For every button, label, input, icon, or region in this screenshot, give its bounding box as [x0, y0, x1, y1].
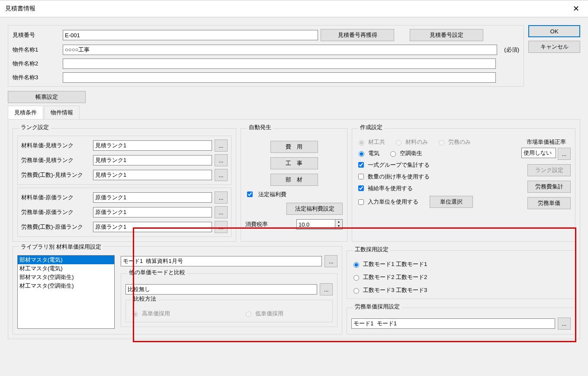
rank-label-6: 労務費(工数)-原価ランク — [21, 223, 90, 231]
price-mode-browse[interactable]: ... — [325, 255, 337, 267]
chk-mult[interactable] — [358, 174, 364, 179]
mh1-radio[interactable] — [353, 262, 359, 268]
list-item[interactable]: 材工マスタ(空調衛生) — [18, 282, 114, 290]
rank-browse-5[interactable]: ... — [215, 206, 228, 218]
rank-input-5[interactable] — [93, 207, 212, 217]
auto-legend: 自動発生 — [247, 124, 273, 130]
high-radio — [132, 311, 138, 317]
chk-mult-label: 数量の掛け率を使用する — [368, 173, 430, 181]
chk-group-label: 一式グループで集計する — [368, 161, 430, 169]
parts-button[interactable]: 部 材 — [270, 174, 318, 186]
rank-input-2[interactable] — [93, 155, 212, 165]
property-name1-input[interactable] — [63, 45, 497, 55]
laborunit-legend: 労務単価採用設定 — [353, 303, 402, 310]
list-item[interactable]: 材工マスタ(電気) — [18, 264, 114, 273]
rank-input-6[interactable] — [93, 222, 212, 232]
chk-supp-label: 補給率を使用する — [368, 185, 413, 192]
label-estno: 見積番号 — [13, 31, 60, 39]
work-button[interactable]: 工 事 — [270, 157, 318, 169]
rank-legend: ランク設定 — [19, 124, 51, 130]
label-name1: 物件名称1 — [13, 46, 60, 54]
low-label: 低単価採用 — [255, 310, 283, 318]
rank-browse-3[interactable]: ... — [215, 169, 228, 181]
mh2-label: 工数モード2 工数モード2 — [363, 273, 427, 281]
rank-label-1: 材料単価-見積ランク — [21, 142, 90, 149]
library-listbox[interactable]: 部材マスタ(電気) 材工マスタ(電気) 部材マスタ(空調衛生) 材工マスタ(空調… — [17, 255, 115, 329]
opt-elec-radio[interactable] — [359, 151, 364, 157]
create-legend: 作成設定 — [358, 124, 384, 130]
tab-property-info[interactable]: 物件情報 — [44, 106, 80, 119]
opt-both-radio — [359, 140, 364, 146]
opt-lab-label: 労務のみ — [448, 138, 471, 146]
market-label: 市場単価補正率 — [521, 138, 571, 146]
opt-mat-radio — [396, 140, 402, 146]
compare-browse[interactable]: ... — [320, 283, 333, 295]
mh2-radio[interactable] — [353, 275, 359, 281]
rank-settings-button: ランク設定 — [527, 164, 571, 176]
tax-input[interactable] — [296, 219, 335, 230]
cancel-button[interactable]: キャンセル — [528, 41, 580, 53]
label-name2: 物件名称2 — [13, 60, 60, 68]
mh3-label: 工数モード3 工数モード3 — [363, 286, 427, 294]
list-item[interactable]: 部材マスタ(空調衛生) — [18, 273, 114, 282]
required-label: (必須) — [504, 46, 519, 54]
opt-both-label: 材工共 — [368, 138, 385, 146]
reacquire-button[interactable]: 見積番号再獲得 — [321, 29, 394, 41]
opt-lab-radio — [439, 140, 444, 146]
opt-elec-label: 電気 — [368, 149, 379, 157]
property-name3-input[interactable] — [63, 72, 496, 83]
tab-estimate-conditions[interactable]: 見積条件 — [8, 106, 43, 119]
tax-label: 消費税率 — [245, 220, 268, 228]
estimate-number-input[interactable] — [63, 30, 318, 40]
market-browse-button[interactable]: ... — [558, 148, 571, 160]
lib-legend: ライブラリ別 材料単価採用設定 — [19, 243, 103, 250]
label-name3: 物件名称3 — [13, 74, 60, 81]
chk-supp[interactable] — [358, 185, 364, 191]
labor-mode-browse[interactable]: ... — [558, 318, 571, 330]
rank-label-4: 材料単価-原価ランク — [21, 194, 90, 201]
rank-label-5: 労務単価-原価ランク — [21, 208, 90, 216]
unit-select-button[interactable]: 単位選択 — [430, 196, 473, 208]
ok-button[interactable]: OK — [528, 25, 580, 37]
chk-group[interactable] — [358, 162, 364, 168]
chk-unit[interactable] — [358, 199, 364, 205]
chk-unit-label: 入力単位を使用する — [368, 198, 418, 206]
mh3-radio[interactable] — [353, 288, 359, 294]
opt-hvac-radio[interactable] — [390, 151, 396, 157]
welfare-settings-button[interactable]: 法定福利費設定 — [286, 203, 343, 215]
welfare-checkbox[interactable] — [247, 191, 253, 197]
property-name2-input[interactable] — [63, 58, 496, 69]
method-legend: 比較方法 — [132, 295, 158, 302]
opt-mat-label: 材料のみ — [405, 138, 428, 146]
labor-unit-button[interactable]: 労務単価 — [527, 197, 571, 209]
rank-input-3[interactable] — [93, 170, 212, 180]
form-settings-button[interactable]: 帳票設定 — [8, 91, 86, 103]
number-settings-button[interactable]: 見積番号設定 — [410, 29, 483, 41]
window-title: 見積書情報 — [5, 5, 35, 13]
rank-input-1[interactable] — [93, 140, 212, 151]
manhour-legend: 工数採用設定 — [353, 246, 390, 253]
rank-browse-4[interactable]: ... — [215, 191, 228, 204]
mh1-label: 工数モード1 工数モード1 — [363, 260, 427, 268]
rank-browse-6[interactable]: ... — [215, 221, 228, 233]
rank-label-2: 労務単価-見積ランク — [21, 156, 90, 164]
market-input[interactable] — [521, 148, 556, 158]
rank-input-4[interactable] — [93, 192, 212, 203]
price-mode-input[interactable] — [121, 256, 322, 266]
rank-browse-1[interactable]: ... — [215, 139, 228, 152]
labor-mode-input[interactable] — [351, 318, 555, 329]
low-radio — [246, 311, 251, 317]
rank-browse-2[interactable]: ... — [215, 154, 228, 166]
opt-hvac-label: 空調衛生 — [400, 149, 422, 157]
compare-legend: 他の単価モードと比較 — [127, 269, 187, 276]
rank-label-3: 労務費(工数)-見積ランク — [21, 171, 90, 179]
list-item[interactable]: 部材マスタ(電気) — [18, 256, 114, 264]
compare-input[interactable] — [125, 284, 317, 295]
cost-button[interactable]: 費 用 — [270, 141, 318, 153]
labor-aggregate-button[interactable]: 労務費集計 — [527, 181, 571, 193]
tax-spinner[interactable]: ▲▼ — [335, 219, 343, 230]
welfare-label: 法定福利費 — [258, 191, 286, 198]
high-label: 高単価採用 — [142, 310, 170, 318]
close-icon[interactable]: ✕ — [569, 2, 583, 15]
